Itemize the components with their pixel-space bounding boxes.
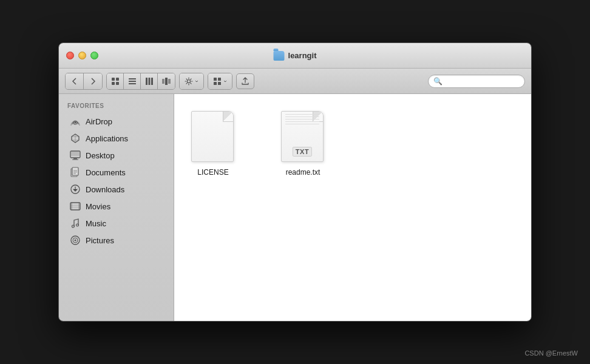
chevron-right-icon [90,78,96,85]
svg-point-13 [188,79,191,83]
coverflow-view-icon [161,77,171,86]
pictures-label: Pictures [86,236,114,245]
list-view-button[interactable] [124,73,141,89]
sidebar-item-movies[interactable]: Movies [61,198,171,215]
gear-icon [185,77,193,86]
sidebar-item-downloads[interactable]: Downloads [61,181,171,198]
action-button[interactable] [180,73,203,89]
view-button-group [106,73,175,90]
file-item-license[interactable]: LICENSE [186,106,240,181]
list-view-icon [128,77,137,86]
search-box[interactable]: 🔍 [428,75,525,88]
column-view-button[interactable] [141,73,158,89]
airdrop-icon [70,116,81,127]
svg-rect-32 [78,203,80,210]
search-icon: 🔍 [433,77,442,86]
movies-icon [70,201,81,212]
desktop-label: Desktop [86,151,115,160]
arrange-icon [213,77,222,86]
downloads-icon [70,184,81,195]
license-file-icon [191,111,235,164]
toolbar: 🔍 [59,69,531,94]
sidebar-item-airdrop[interactable]: AirDrop [61,113,171,130]
sidebar-item-desktop[interactable]: Desktop [61,147,171,164]
window-title: learngit [274,51,317,61]
file-area: LICENSE TXT readme.txt [174,94,531,321]
license-file-page [191,111,234,162]
svg-rect-7 [146,78,148,85]
svg-rect-23 [72,160,78,160]
music-label: Music [86,219,106,228]
documents-label: Documents [86,168,126,177]
titlebar: learngit [59,43,531,69]
txt-badge: TXT [293,147,312,157]
svg-rect-12 [168,79,171,84]
dropdown-arrow-icon [195,79,198,83]
sidebar-item-documents[interactable]: Documents [61,164,171,181]
svg-rect-34 [70,207,80,207]
watermark: CSDN @ErnestW [524,349,578,357]
svg-point-35 [72,225,75,228]
applications-label: Applications [86,134,128,143]
share-button[interactable] [236,73,254,89]
arrange-dropdown-icon [223,79,227,83]
sidebar-item-applications[interactable]: Applications [61,130,171,147]
pictures-icon [70,235,81,246]
svg-rect-10 [162,79,164,84]
svg-rect-2 [112,82,115,85]
svg-rect-14 [214,78,217,81]
movies-label: Movies [86,202,110,211]
share-icon [241,77,249,86]
documents-icon [70,167,81,178]
airdrop-label: AirDrop [86,117,112,126]
forward-button[interactable] [84,73,102,89]
search-input[interactable] [445,77,520,86]
svg-rect-33 [70,205,80,206]
maximize-button[interactable] [90,52,98,59]
svg-rect-0 [112,78,115,81]
coverflow-view-button[interactable] [158,73,175,89]
svg-rect-11 [165,78,168,85]
main-content: FAVORITES AirDrop [59,94,531,321]
sidebar: FAVORITES AirDrop [59,94,174,321]
sidebar-item-pictures[interactable]: Pictures [61,232,171,249]
svg-rect-1 [116,78,119,81]
svg-rect-6 [129,83,136,84]
svg-point-19 [75,122,76,124]
file-item-readme[interactable]: TXT readme.txt [276,106,330,181]
music-icon [70,218,81,229]
svg-rect-8 [148,78,150,85]
column-view-icon [145,77,154,86]
sidebar-section-favorites: FAVORITES [59,100,174,113]
downloads-label: Downloads [86,185,124,194]
arrange-button-group [208,73,232,90]
chevron-left-icon [72,78,78,85]
arrange-button[interactable] [208,73,232,89]
svg-point-39 [75,240,76,241]
svg-rect-25 [72,167,78,175]
svg-rect-16 [214,82,217,85]
svg-rect-4 [129,78,136,79]
svg-rect-31 [70,203,72,210]
svg-rect-22 [73,158,77,160]
close-button[interactable] [66,52,74,59]
action-button-group [179,73,204,90]
license-file-name: LICENSE [197,168,228,177]
desktop-icon [70,150,81,161]
svg-rect-9 [151,78,153,85]
svg-rect-3 [116,82,119,85]
applications-icon [70,133,81,144]
minimize-button[interactable] [78,52,86,59]
traffic-lights [66,52,98,59]
icon-view-button[interactable] [107,73,124,89]
folder-icon [274,51,285,61]
readme-file-page: TXT [281,111,324,162]
sidebar-item-music[interactable]: Music [61,215,171,232]
readme-file-name: readme.txt [286,168,320,177]
svg-rect-5 [129,81,136,82]
svg-rect-17 [218,82,221,85]
readme-file-icon: TXT [281,111,325,164]
back-button[interactable] [66,73,84,89]
finder-window: learngit [58,42,532,322]
svg-rect-15 [218,78,221,81]
